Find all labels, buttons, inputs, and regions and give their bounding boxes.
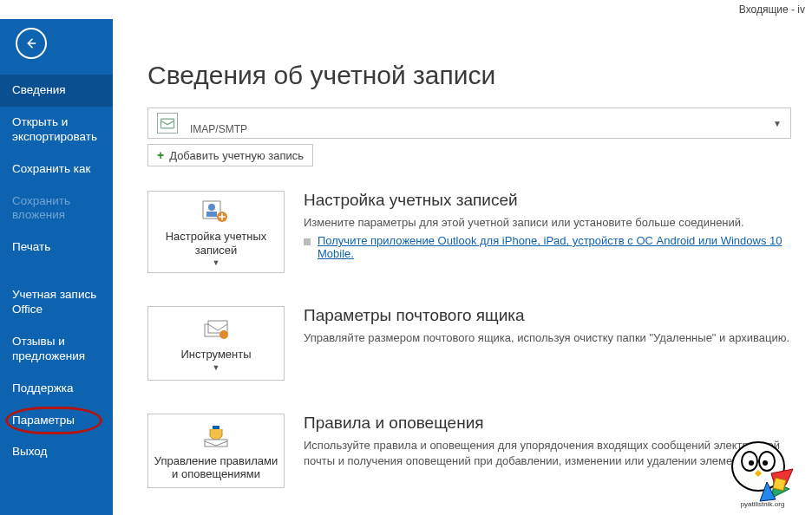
section-rules-alerts: Управление правилами и оповещениями Прав… — [147, 414, 791, 488]
section-heading: Параметры почтового ящика — [304, 306, 791, 325]
account-settings-icon — [200, 199, 232, 225]
sidebar-item-exit[interactable]: Выход — [0, 436, 113, 468]
sidebar-item-save-as[interactable]: Сохранить как — [0, 153, 113, 186]
bullet-icon — [304, 238, 311, 245]
backstage-sidebar: Сведения Открыть и экспортировать Сохран… — [0, 19, 113, 515]
svg-point-13 — [749, 460, 754, 466]
sidebar-item-save-attachments: Сохранить вложения — [0, 186, 113, 232]
window-title: Входящие - iv — [739, 3, 805, 16]
svg-rect-0 — [161, 119, 174, 128]
svg-rect-8 — [213, 426, 219, 429]
section-desc: Используйте правила и оповещения для упо… — [304, 438, 791, 469]
section-mailbox-settings: Инструменты ▼ Параметры почтового ящика … — [147, 306, 791, 381]
svg-rect-3 — [206, 212, 217, 217]
section-heading: Правила и оповещения — [304, 414, 791, 433]
section-desc: Измените параметры для этой учетной запи… — [304, 215, 791, 231]
sidebar-item-options[interactable]: Параметры — [0, 405, 113, 437]
rules-alerts-icon — [200, 423, 232, 449]
section-desc: Управляйте размером почтового ящика, исп… — [304, 330, 791, 346]
plus-icon: + — [157, 148, 164, 162]
page-title: Сведения об учетной записи — [147, 61, 791, 90]
chevron-down-icon: ▼ — [213, 363, 220, 372]
window-titlebar: Входящие - iv — [0, 0, 812, 19]
svg-point-7 — [219, 330, 228, 339]
tools-icon — [200, 316, 232, 342]
sidebar-item-print[interactable]: Печать — [0, 231, 113, 264]
add-account-button[interactable]: + Добавить учетную запись — [147, 144, 313, 166]
mailbox-icon — [157, 113, 178, 134]
tile-account-settings[interactable]: Настройка учетных записей ▼ — [147, 191, 285, 273]
outlook-app-link[interactable]: Получите приложение Outlook для iPhone, … — [318, 234, 791, 260]
svg-point-14 — [763, 460, 768, 466]
back-button[interactable] — [16, 28, 47, 59]
svg-text:pyatilistnik.org: pyatilistnik.org — [741, 500, 785, 508]
sidebar-item-feedback[interactable]: Отзывы и предложения — [0, 326, 113, 373]
section-heading: Настройка учетных записей — [304, 191, 791, 210]
chevron-down-icon: ▼ — [773, 119, 782, 128]
account-protocol: IMAP/SMTP — [190, 123, 247, 135]
add-account-label: Добавить учетную запись — [169, 149, 304, 162]
tile-tools[interactable]: Инструменты ▼ — [147, 306, 285, 381]
sidebar-item-info[interactable]: Сведения — [0, 75, 113, 107]
section-account-settings: Настройка учетных записей ▼ Настройка уч… — [147, 191, 791, 273]
sidebar-item-support[interactable]: Поддержка — [0, 373, 113, 405]
account-selector[interactable]: IMAP/SMTP ▼ — [147, 108, 791, 139]
svg-point-2 — [208, 204, 215, 211]
watermark-mascot: pyatilistnik.org — [724, 430, 802, 508]
tile-rules-alerts[interactable]: Управление правилами и оповещениями — [147, 414, 285, 488]
sidebar-item-office-account[interactable]: Учетная запись Office — [0, 279, 113, 326]
chevron-down-icon: ▼ — [213, 258, 220, 267]
arrow-left-icon — [23, 36, 39, 51]
sidebar-item-open-export[interactable]: Открыть и экспортировать — [0, 107, 113, 153]
backstage-content: Сведения об учетной записи IMAP/SMTP ▼ +… — [113, 19, 812, 515]
